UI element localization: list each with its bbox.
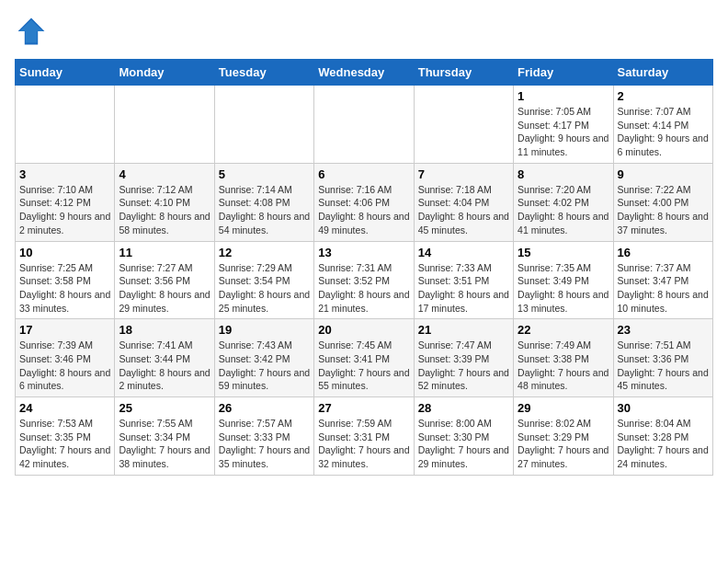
day-number: 7 <box>418 167 509 181</box>
day-info: Sunrise: 7:41 AMSunset: 3:44 PMDaylight:… <box>119 339 210 393</box>
day-number: 1 <box>518 89 609 103</box>
day-cell-3: 3Sunrise: 7:10 AMSunset: 4:12 PMDaylight… <box>16 163 115 241</box>
day-info: Sunrise: 7:45 AMSunset: 3:41 PMDaylight:… <box>318 339 409 393</box>
day-cell-10: 10Sunrise: 7:25 AMSunset: 3:58 PMDayligh… <box>16 241 115 319</box>
header-tuesday: Tuesday <box>214 60 313 86</box>
day-number: 14 <box>418 246 509 259</box>
empty-cell <box>414 86 513 164</box>
day-info: Sunrise: 7:47 AMSunset: 3:39 PMDaylight:… <box>418 339 509 393</box>
day-info: Sunrise: 7:29 AMSunset: 3:54 PMDaylight:… <box>219 261 310 316</box>
calendar: SundayMondayTuesdayWednesdayThursdayFrid… <box>15 59 713 476</box>
day-cell-18: 18Sunrise: 7:41 AMSunset: 3:44 PMDayligh… <box>115 319 214 397</box>
day-cell-12: 12Sunrise: 7:29 AMSunset: 3:54 PMDayligh… <box>214 241 313 319</box>
week-row-1: 3Sunrise: 7:10 AMSunset: 4:12 PMDaylight… <box>16 163 713 241</box>
week-row-2: 10Sunrise: 7:25 AMSunset: 3:58 PMDayligh… <box>16 241 713 319</box>
day-info: Sunrise: 7:43 AMSunset: 3:42 PMDaylight:… <box>219 339 310 393</box>
day-cell-17: 17Sunrise: 7:39 AMSunset: 3:46 PMDayligh… <box>16 319 115 397</box>
day-info: Sunrise: 7:31 AMSunset: 3:52 PMDaylight:… <box>318 261 409 316</box>
day-cell-13: 13Sunrise: 7:31 AMSunset: 3:52 PMDayligh… <box>314 241 414 319</box>
day-number: 30 <box>618 401 709 415</box>
day-info: Sunrise: 7:53 AMSunset: 3:35 PMDaylight:… <box>19 417 110 471</box>
header-monday: Monday <box>115 60 214 86</box>
header <box>15 15 713 48</box>
day-number: 24 <box>19 401 110 415</box>
day-number: 25 <box>119 401 210 415</box>
day-cell-15: 15Sunrise: 7:35 AMSunset: 3:49 PMDayligh… <box>514 241 613 319</box>
week-row-4: 24Sunrise: 7:53 AMSunset: 3:35 PMDayligh… <box>16 397 713 476</box>
day-cell-11: 11Sunrise: 7:27 AMSunset: 3:56 PMDayligh… <box>115 241 214 319</box>
header-wednesday: Wednesday <box>314 60 414 86</box>
day-number: 17 <box>19 323 110 337</box>
day-number: 18 <box>119 323 210 337</box>
logo <box>15 15 51 48</box>
day-info: Sunrise: 7:22 AMSunset: 4:00 PMDaylight:… <box>618 183 709 237</box>
week-row-3: 17Sunrise: 7:39 AMSunset: 3:46 PMDayligh… <box>16 319 713 397</box>
day-number: 21 <box>418 323 509 337</box>
day-cell-14: 14Sunrise: 7:33 AMSunset: 3:51 PMDayligh… <box>414 241 513 319</box>
calendar-header-row: SundayMondayTuesdayWednesdayThursdayFrid… <box>16 60 713 86</box>
day-number: 2 <box>618 89 709 103</box>
day-cell-6: 6Sunrise: 7:16 AMSunset: 4:06 PMDaylight… <box>314 163 414 241</box>
day-number: 23 <box>618 323 709 337</box>
day-info: Sunrise: 7:12 AMSunset: 4:10 PMDaylight:… <box>119 183 210 237</box>
day-number: 11 <box>119 246 210 259</box>
day-number: 4 <box>119 167 210 181</box>
day-cell-7: 7Sunrise: 7:18 AMSunset: 4:04 PMDaylight… <box>414 163 513 241</box>
empty-cell <box>214 86 313 164</box>
day-number: 29 <box>518 401 609 415</box>
day-info: Sunrise: 7:10 AMSunset: 4:12 PMDaylight:… <box>19 183 110 237</box>
day-info: Sunrise: 7:59 AMSunset: 3:31 PMDaylight:… <box>318 417 409 471</box>
day-number: 20 <box>318 323 409 337</box>
day-cell-29: 29Sunrise: 8:02 AMSunset: 3:29 PMDayligh… <box>514 397 613 476</box>
day-cell-30: 30Sunrise: 8:04 AMSunset: 3:28 PMDayligh… <box>613 397 712 476</box>
empty-cell <box>16 86 115 164</box>
day-number: 12 <box>219 246 310 259</box>
day-cell-5: 5Sunrise: 7:14 AMSunset: 4:08 PMDaylight… <box>214 163 313 241</box>
day-cell-26: 26Sunrise: 7:57 AMSunset: 3:33 PMDayligh… <box>214 397 313 476</box>
day-cell-19: 19Sunrise: 7:43 AMSunset: 3:42 PMDayligh… <box>214 319 313 397</box>
day-cell-1: 1Sunrise: 7:05 AMSunset: 4:17 PMDaylight… <box>514 86 613 164</box>
day-info: Sunrise: 7:20 AMSunset: 4:02 PMDaylight:… <box>518 183 609 237</box>
day-info: Sunrise: 7:37 AMSunset: 3:47 PMDaylight:… <box>618 261 709 316</box>
day-info: Sunrise: 7:05 AMSunset: 4:17 PMDaylight:… <box>518 105 609 159</box>
day-cell-9: 9Sunrise: 7:22 AMSunset: 4:00 PMDaylight… <box>613 163 712 241</box>
day-info: Sunrise: 7:57 AMSunset: 3:33 PMDaylight:… <box>219 417 310 471</box>
header-thursday: Thursday <box>414 60 513 86</box>
day-info: Sunrise: 7:33 AMSunset: 3:51 PMDaylight:… <box>418 261 509 316</box>
day-number: 8 <box>518 167 609 181</box>
day-cell-8: 8Sunrise: 7:20 AMSunset: 4:02 PMDaylight… <box>514 163 613 241</box>
day-number: 27 <box>318 401 409 415</box>
day-info: Sunrise: 7:55 AMSunset: 3:34 PMDaylight:… <box>119 417 210 471</box>
day-cell-21: 21Sunrise: 7:47 AMSunset: 3:39 PMDayligh… <box>414 319 513 397</box>
day-number: 9 <box>618 167 709 181</box>
day-number: 28 <box>418 401 509 415</box>
day-info: Sunrise: 7:07 AMSunset: 4:14 PMDaylight:… <box>618 105 709 159</box>
day-cell-22: 22Sunrise: 7:49 AMSunset: 3:38 PMDayligh… <box>514 319 613 397</box>
day-cell-20: 20Sunrise: 7:45 AMSunset: 3:41 PMDayligh… <box>314 319 414 397</box>
day-info: Sunrise: 7:49 AMSunset: 3:38 PMDaylight:… <box>518 339 609 393</box>
day-info: Sunrise: 7:35 AMSunset: 3:49 PMDaylight:… <box>518 261 609 316</box>
day-number: 26 <box>219 401 310 415</box>
empty-cell <box>314 86 414 164</box>
day-cell-16: 16Sunrise: 7:37 AMSunset: 3:47 PMDayligh… <box>613 241 712 319</box>
day-number: 19 <box>219 323 310 337</box>
day-cell-27: 27Sunrise: 7:59 AMSunset: 3:31 PMDayligh… <box>314 397 414 476</box>
day-info: Sunrise: 7:39 AMSunset: 3:46 PMDaylight:… <box>19 339 110 393</box>
empty-cell <box>115 86 214 164</box>
day-info: Sunrise: 8:02 AMSunset: 3:29 PMDaylight:… <box>518 417 609 471</box>
day-number: 22 <box>518 323 609 337</box>
day-cell-4: 4Sunrise: 7:12 AMSunset: 4:10 PMDaylight… <box>115 163 214 241</box>
day-cell-2: 2Sunrise: 7:07 AMSunset: 4:14 PMDaylight… <box>613 86 712 164</box>
day-cell-23: 23Sunrise: 7:51 AMSunset: 3:36 PMDayligh… <box>613 319 712 397</box>
day-info: Sunrise: 7:27 AMSunset: 3:56 PMDaylight:… <box>119 261 210 316</box>
day-info: Sunrise: 7:16 AMSunset: 4:06 PMDaylight:… <box>318 183 409 237</box>
day-cell-24: 24Sunrise: 7:53 AMSunset: 3:35 PMDayligh… <box>16 397 115 476</box>
day-info: Sunrise: 8:04 AMSunset: 3:28 PMDaylight:… <box>618 417 709 471</box>
day-number: 16 <box>618 246 709 259</box>
logo-icon <box>15 15 48 48</box>
day-info: Sunrise: 7:18 AMSunset: 4:04 PMDaylight:… <box>418 183 509 237</box>
day-number: 5 <box>219 167 310 181</box>
day-number: 6 <box>318 167 409 181</box>
day-info: Sunrise: 7:14 AMSunset: 4:08 PMDaylight:… <box>219 183 310 237</box>
day-number: 10 <box>19 246 110 259</box>
